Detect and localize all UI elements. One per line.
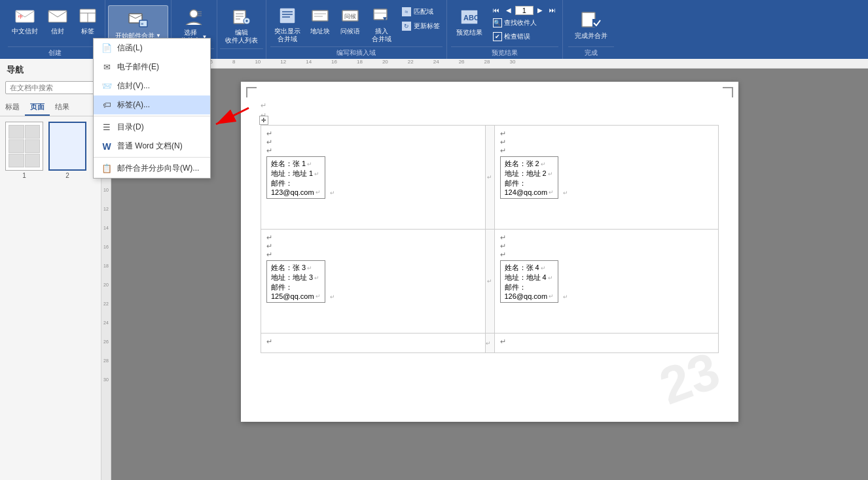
match-fields-button[interactable]: ≈ 匹配域 [399, 5, 443, 18]
sidebar-tab-result[interactable]: 结果 [50, 99, 75, 116]
label-mail-label: 邮件： [271, 283, 321, 292]
label-para: ↵ [500, 146, 714, 155]
menu-item-letter-label: 信函(L) [117, 43, 143, 54]
greeting-icon: 问候 [340, 5, 361, 26]
greeting-button[interactable]: 问候 问候语 [336, 3, 365, 38]
nav-first-button[interactable]: ⏮ [490, 5, 502, 15]
ruler-v-mark: 18 [103, 264, 109, 268]
sidebar-page-thumb-1[interactable]: 1 [5, 122, 43, 475]
sep-mark: ↵ [486, 340, 494, 347]
insert-merge-icon: ▼ [371, 5, 392, 26]
label-cell-2-0[interactable]: ↵ [261, 334, 486, 353]
label-addr-line: 地址：地址 1↵ [271, 169, 321, 179]
check-error-button[interactable]: ✔ 检查错误 [490, 31, 558, 43]
ribbon-group-edit-list: 编辑 收件人列表 [217, 0, 266, 59]
envelope-label: 信封 [51, 27, 64, 35]
label-menu-icon: 🏷 [101, 100, 112, 111]
menu-item-label[interactable]: 🏷 标签(A)... [94, 95, 210, 114]
svg-rect-22 [312, 10, 328, 21]
ribbon-group-create: 中 中文信封 信封 标签 创建 [5, 0, 105, 59]
update-labels-icon: ↻ [401, 21, 412, 31]
finish-section-label: 完成 [568, 46, 614, 59]
sidebar-tab-page[interactable]: 页面 [25, 99, 50, 116]
check-error-icon: ✔ [493, 32, 502, 41]
label-bottom-space [500, 199, 714, 225]
nav-next-button[interactable]: ▶ [535, 5, 545, 15]
label-para: ↵ [266, 129, 480, 138]
envelope-menu-icon: 📨 [101, 81, 112, 92]
label-info-box: 姓名：张 1↵ 地址：地址 1↵ 邮件： [266, 156, 325, 199]
sidebar-tab-heading[interactable]: 标题 [0, 99, 25, 116]
menu-item-email[interactable]: ✉ 电子邮件(E) [94, 58, 210, 77]
ruler-h-mark: 28 [484, 59, 490, 65]
finish-merge-button[interactable]: 完成并合并 [568, 6, 614, 44]
svg-text:中: 中 [18, 14, 23, 19]
svg-point-9 [190, 10, 198, 18]
label-email-line: 124@qq.com↵ [505, 188, 554, 196]
svg-line-34 [216, 108, 249, 124]
ribbon-section-write-insert: 突出显示 合并域 地址块 问候 问候语 ▼ 插入 合并域 [266, 0, 447, 59]
nav-page-input[interactable] [515, 6, 533, 15]
label-name-line: 姓名：张 3↵ [271, 263, 321, 273]
create-group-label: 创建 [8, 46, 102, 59]
table-row: ↵ ↵ ↵ [261, 334, 719, 353]
ruler-h-mark: 18 [357, 59, 363, 65]
label-bottom-space [266, 303, 480, 329]
page-return-mark: ↵ [261, 111, 719, 120]
envelope-icon [47, 5, 68, 26]
sep-mark: ↵ [330, 190, 335, 196]
wizard-icon: 📋 [101, 163, 112, 174]
table-row: ↵ ↵ ↵ 姓名：张 3↵ 地址：地址 3↵ [261, 230, 719, 334]
directory-icon: ☰ [101, 122, 112, 133]
label-para: ↵ [266, 233, 480, 242]
find-recipient-button[interactable]: 🔍 查找收件人 [490, 17, 558, 29]
label-mail-label: 邮件： [505, 283, 554, 292]
email-icon: ✉ [101, 62, 112, 73]
svg-rect-2 [48, 10, 67, 22]
envelope-button[interactable]: 信封 [43, 3, 72, 38]
insert-merge-button[interactable]: ▼ 插入 合并域 [366, 3, 397, 46]
ruler-h-mark: 24 [433, 59, 439, 65]
label-button[interactable]: 标签 [73, 3, 102, 38]
menu-item-envelope[interactable]: 📨 信封(V)... [94, 77, 210, 95]
menu-item-directory[interactable]: ☰ 目录(D) [94, 118, 210, 137]
nav-last-button[interactable]: ⏭ [547, 5, 558, 15]
sidebar-page-thumb-2[interactable]: 2 [48, 122, 86, 475]
page-thumb-img-2 [48, 122, 86, 171]
menu-item-wizard[interactable]: 📋 邮件合并分步向导(W)... [94, 159, 210, 178]
highlight-merge-button[interactable]: 突出显示 合并域 [270, 3, 304, 46]
ruler-h-mark: 26 [459, 59, 465, 65]
ruler-v-mark: 20 [103, 283, 109, 287]
match-fields-label: 匹配域 [414, 7, 433, 16]
address-block-icon [310, 5, 331, 26]
page-return-mark: ↵ [261, 101, 719, 110]
nav-prev-button[interactable]: ◀ [503, 5, 514, 15]
label-cell-2-1[interactable]: ↵ [494, 334, 719, 353]
menu-item-word-doc[interactable]: W 普通 Word 文档(N) [94, 137, 210, 156]
label-name-line: 姓名：张 2↵ [505, 159, 554, 169]
label-cell-1-1[interactable]: ↵ ↵ ↵ 姓名：张 4↵ 地址：地址 4↵ [494, 230, 719, 334]
ruler-h-mark: 14 [306, 59, 312, 65]
label-cell-0-1[interactable]: ↵ ↵ ↵ 姓名：张 2↵ 地址：地址 2↵ [494, 126, 719, 230]
ruler-h-mark: 16 [331, 59, 337, 65]
label-cell-1-0[interactable]: ↵ ↵ ↵ 姓名：张 3↵ 地址：地址 3↵ [261, 230, 486, 334]
preview-results-button[interactable]: ABC 预览结果 [451, 3, 488, 41]
label-cell-0-0[interactable]: ↵ ↵ ↵ 姓名：张 1↵ 地址：地址 1↵ [261, 126, 486, 230]
address-block-button[interactable]: 地址块 [306, 3, 335, 38]
label-para: ↵ [266, 242, 480, 250]
menu-item-letter[interactable]: 📄 信函(L) [94, 39, 210, 58]
table-row: ↵ ↵ ↵ 姓名：张 1↵ 地址：地址 1↵ [261, 126, 719, 230]
ruler-h-mark: 8 [232, 59, 235, 65]
menu-separator-2 [94, 157, 210, 158]
start-merge-dropdown: 📄 信函(L) ✉ 电子邮件(E) 📨 信封(V)... 🏷 标签(A)... … [93, 38, 211, 179]
update-labels-button[interactable]: ↻ 更新标签 [399, 20, 443, 33]
label-email-line: 126@qq.com↵ [505, 292, 554, 300]
label-bottom-space [266, 199, 480, 225]
chinese-envelope-button[interactable]: 中 中文信封 [8, 3, 42, 38]
table-move-handle[interactable]: ✛ [259, 116, 268, 125]
search-input[interactable] [5, 81, 96, 94]
label-para: ↵ [266, 138, 480, 146]
edit-list-button[interactable]: 编辑 收件人列表 [220, 3, 263, 48]
svg-text:≡: ≡ [141, 22, 143, 26]
ruler-horizontal: -2 0 2 4 6 8 10 12 14 16 18 20 22 24 26 … [101, 59, 868, 69]
